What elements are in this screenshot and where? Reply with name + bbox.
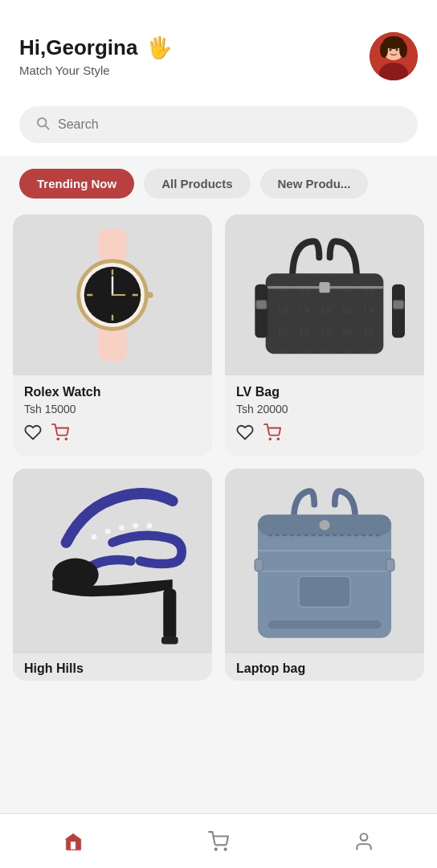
- tab-new-products[interactable]: New Produ...: [260, 169, 369, 199]
- bottom-nav: [0, 813, 437, 868]
- svg-point-56: [361, 833, 368, 841]
- search-wrapper: [0, 93, 437, 156]
- product-card-lv-bag: LV LV Bag Tsh 20000: [225, 215, 424, 456]
- tabs-row: Trending Now All Products New Produ...: [0, 156, 437, 208]
- tab-trending[interactable]: Trending Now: [19, 169, 134, 199]
- svg-point-40: [147, 523, 153, 529]
- product-price-rolex-watch: Tsh 15000: [24, 403, 201, 416]
- greeting-row: Hi,Georgina 🖐: [19, 35, 172, 60]
- svg-point-34: [269, 438, 271, 440]
- header: Hi,Georgina 🖐 Match Your Style: [0, 0, 437, 93]
- svg-point-23: [57, 438, 59, 440]
- product-name-high-hills: High Hills: [24, 661, 201, 676]
- svg-rect-29: [255, 285, 268, 338]
- product-actions-lv-bag: [236, 424, 413, 444]
- product-info-lv-bag: LV Bag Tsh 20000: [225, 375, 424, 456]
- product-card-high-hills: High Hills: [13, 469, 212, 681]
- svg-point-35: [277, 438, 279, 440]
- svg-point-48: [320, 520, 330, 530]
- nav-profile[interactable]: [353, 831, 374, 852]
- svg-point-6: [390, 49, 392, 51]
- product-image-high-hills: [13, 469, 212, 653]
- svg-rect-51: [386, 559, 394, 571]
- svg-point-54: [215, 848, 217, 850]
- product-image-lv-bag: LV: [225, 215, 424, 375]
- nav-cart[interactable]: [208, 831, 229, 852]
- add-to-cart-button-lv-bag[interactable]: [263, 424, 281, 444]
- svg-rect-53: [299, 576, 350, 607]
- wishlist-button-rolex-watch[interactable]: [24, 424, 42, 444]
- svg-point-24: [65, 438, 67, 440]
- svg-point-5: [399, 42, 407, 58]
- greeting-text: Hi,Georgina: [19, 35, 137, 59]
- product-image-laptop-bag: [225, 469, 424, 653]
- search-input[interactable]: [58, 117, 402, 132]
- svg-rect-22: [145, 292, 153, 297]
- svg-rect-31: [256, 301, 267, 309]
- svg-point-36: [92, 534, 97, 540]
- product-card-rolex-watch: Rolex Watch Tsh 15000: [13, 215, 212, 456]
- avatar[interactable]: [370, 32, 418, 80]
- wishlist-button-lv-bag[interactable]: [236, 424, 254, 444]
- product-info-rolex-watch: Rolex Watch Tsh 15000: [13, 375, 212, 456]
- svg-rect-28: [319, 282, 329, 293]
- svg-line-9: [45, 125, 48, 129]
- search-icon: [35, 116, 50, 133]
- products-grid: Rolex Watch Tsh 15000: [0, 208, 437, 745]
- product-price-lv-bag: Tsh 20000: [236, 403, 413, 416]
- svg-point-39: [133, 523, 138, 529]
- greeting-block: Hi,Georgina 🖐 Match Your Style: [19, 35, 172, 77]
- svg-rect-43: [161, 637, 178, 644]
- svg-rect-50: [255, 559, 263, 571]
- partial-info-high-hills: High Hills: [13, 653, 212, 681]
- product-name-rolex-watch: Rolex Watch: [24, 385, 201, 399]
- wave-emoji: 🖐: [146, 35, 172, 59]
- svg-rect-49: [268, 620, 382, 628]
- tab-all-products[interactable]: All Products: [144, 169, 250, 199]
- svg-rect-11: [98, 229, 126, 262]
- svg-point-55: [225, 848, 227, 850]
- svg-point-37: [105, 529, 111, 534]
- nav-home[interactable]: [63, 831, 84, 852]
- svg-point-4: [380, 42, 388, 58]
- svg-rect-30: [392, 285, 405, 338]
- add-to-cart-button-rolex-watch[interactable]: [51, 424, 69, 444]
- svg-point-38: [119, 525, 125, 530]
- svg-point-7: [396, 49, 398, 51]
- subtitle-text: Match Your Style: [19, 63, 172, 77]
- product-name-laptop-bag: Laptop bag: [236, 661, 413, 676]
- svg-rect-32: [393, 301, 403, 309]
- product-actions-rolex-watch: [24, 424, 201, 444]
- product-card-laptop-bag: Laptop bag: [225, 469, 424, 681]
- svg-rect-42: [163, 589, 176, 640]
- product-image-rolex-watch: [13, 215, 212, 375]
- partial-info-laptop-bag: Laptop bag: [225, 653, 424, 681]
- product-name-lv-bag: LV Bag: [236, 385, 413, 399]
- search-bar[interactable]: [19, 106, 418, 143]
